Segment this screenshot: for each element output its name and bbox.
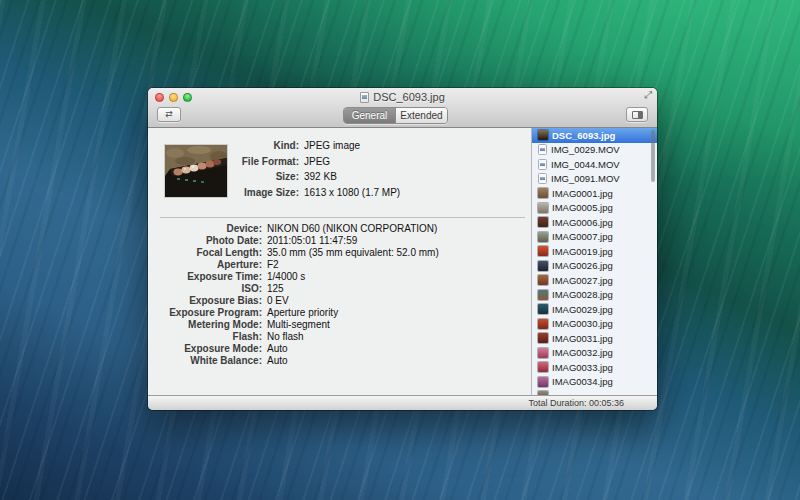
file-thumbnail-icon — [538, 333, 548, 343]
file-thumbnail-icon — [538, 348, 548, 358]
file-name: IMAG0031.jpg — [552, 333, 613, 344]
file-list-item[interactable]: IMAG0019.jpg — [532, 244, 657, 259]
file-name: IMAG0029.jpg — [552, 304, 613, 315]
field-aperture: Aperture:F2 — [148, 259, 531, 271]
file-thumbnail-icon — [538, 246, 548, 256]
file-thumbnail-icon — [538, 261, 548, 271]
field-iso: ISO:125 — [148, 283, 531, 295]
field-focal-length: Focal Length:35.0 mm (35 mm equivalent: … — [148, 247, 531, 259]
file-name: IMAG0028.jpg — [552, 289, 613, 300]
file-name: IMAG0005.jpg — [552, 202, 613, 213]
movie-file-icon — [538, 173, 547, 184]
file-list-item[interactable]: IMG_0091.MOV — [532, 172, 657, 187]
field-exposure-program: Exposure Program:Aperture priority — [148, 307, 531, 319]
file-name: IMAG0007.jpg — [552, 231, 613, 242]
window-title: DSC_6093.jpg — [148, 88, 657, 106]
file-name: IMAG0001.jpg — [552, 188, 613, 199]
file-list-item[interactable]: IMAG0027.jpg — [532, 273, 657, 288]
window-title-text: DSC_6093.jpg — [373, 91, 445, 103]
field-exposure-bias: Exposure Bias:0 EV — [148, 295, 531, 307]
field-kind: Kind:JPEG image — [148, 138, 531, 154]
file-name: IMAG0033.jpg — [552, 362, 613, 373]
zoom-button[interactable] — [183, 93, 192, 102]
file-thumbnail-icon — [538, 130, 548, 140]
fullscreen-icon[interactable]: ⤢ — [644, 89, 652, 101]
exif-fields: Device:NIKON D60 (NIKON CORPORATION) Pho… — [148, 223, 531, 367]
document-icon — [360, 92, 369, 103]
status-bar: Total Duration: 00:05:36 — [148, 395, 657, 410]
file-thumbnail-icon — [538, 203, 548, 213]
movie-file-icon — [538, 159, 547, 170]
field-file-format: File Format:JPEG — [148, 154, 531, 170]
general-info-panel: Kind:JPEG image File Format:JPEG Size:39… — [148, 128, 531, 395]
file-thumbnail-icon — [538, 188, 548, 198]
file-list-item[interactable]: IMAG0026.jpg — [532, 259, 657, 274]
file-list-item[interactable]: IMG_0029.MOV — [532, 143, 657, 158]
file-list-item[interactable]: IMAG0032.jpg — [532, 346, 657, 361]
file-name: IMAG0034.jpg — [552, 376, 613, 387]
file-list-item[interactable]: IMG_0044.MOV — [532, 157, 657, 172]
field-metering-mode: Metering Mode:Multi-segment — [148, 319, 531, 331]
file-list-item[interactable]: IMAG0006.jpg — [532, 215, 657, 230]
field-exposure-mode: Exposure Mode:Auto — [148, 343, 531, 355]
file-list-item[interactable]: IMAG0005.jpg — [532, 201, 657, 216]
sidebar-panel-icon — [632, 111, 643, 119]
inspector-window: DSC_6093.jpg ⤢ ⇄ General Extended — [148, 88, 657, 410]
desktop: { "window": { "title": "DSC_6093.jpg" },… — [0, 0, 800, 500]
file-name: IMAG0026.jpg — [552, 260, 613, 271]
close-button[interactable] — [155, 93, 164, 102]
file-list-item[interactable]: IMAG0030.jpg — [532, 317, 657, 332]
file-name: IMAG0030.jpg — [552, 318, 613, 329]
file-list-sidebar: DSC_6093.jpg IMG_0029.MOV IMG_0044.MOV I… — [531, 128, 657, 395]
file-name: IMAG0006.jpg — [552, 217, 613, 228]
file-name: DSC_6093.jpg — [552, 130, 615, 141]
field-flash: Flash:No flash — [148, 331, 531, 343]
file-name: IMAG0027.jpg — [552, 275, 613, 286]
file-list-item[interactable]: IMAG0033.jpg — [532, 360, 657, 375]
file-list[interactable]: DSC_6093.jpg IMG_0029.MOV IMG_0044.MOV I… — [532, 128, 657, 395]
movie-file-icon — [538, 144, 547, 155]
total-duration-label: Total Duration: 00:05:36 — [528, 396, 624, 410]
file-thumbnail-icon — [538, 232, 548, 242]
field-image-size: Image Size:1613 x 1080 (1.7 MP) — [148, 185, 531, 201]
file-list-item[interactable]: IMAG0034.jpg — [532, 375, 657, 390]
window-content: Kind:JPEG image File Format:JPEG Size:39… — [148, 128, 657, 395]
view-mode-tabs: General Extended — [343, 107, 448, 124]
swap-arrows-button[interactable]: ⇄ — [157, 107, 181, 122]
field-white-balance: White Balance:Auto — [148, 355, 531, 367]
file-thumbnail-icon — [538, 319, 548, 329]
scrollbar-thumb[interactable] — [651, 130, 655, 182]
tab-general[interactable]: General — [344, 108, 395, 123]
file-list-item[interactable]: IMAG0007.jpg — [532, 230, 657, 245]
file-summary-fields: Kind:JPEG image File Format:JPEG Size:39… — [148, 138, 531, 200]
file-name: IMG_0091.MOV — [551, 173, 620, 184]
file-list-item[interactable]: DSC_6093.jpg — [532, 128, 657, 143]
section-divider — [160, 217, 525, 218]
file-thumbnail-icon — [538, 362, 548, 372]
field-photo-date: Photo Date:2011:05:01 11:47:59 — [148, 235, 531, 247]
toolbar: ⇄ General Extended — [148, 106, 657, 127]
file-name: IMG_0044.MOV — [551, 159, 620, 170]
field-device: Device:NIKON D60 (NIKON CORPORATION) — [148, 223, 531, 235]
file-thumbnail-icon — [538, 377, 548, 387]
file-list-item[interactable]: IMAG0029.jpg — [532, 302, 657, 317]
file-thumbnail-icon — [538, 217, 548, 227]
minimize-button[interactable] — [169, 93, 178, 102]
file-name: IMAG0019.jpg — [552, 246, 613, 257]
traffic-lights — [155, 93, 192, 102]
file-list-item[interactable]: IMAG0001.jpg — [532, 186, 657, 201]
file-name: IMG_0029.MOV — [551, 144, 620, 155]
file-list-item[interactable]: IMAG0031.jpg — [532, 331, 657, 346]
file-thumbnail-icon — [538, 304, 548, 314]
window-header: DSC_6093.jpg ⤢ ⇄ General Extended — [148, 88, 657, 128]
file-list-item[interactable]: IMAG0028.jpg — [532, 288, 657, 303]
file-thumbnail-icon — [538, 275, 548, 285]
file-name: IMAG0032.jpg — [552, 347, 613, 358]
field-exposure-time: Exposure Time:1/4000 s — [148, 271, 531, 283]
tab-extended[interactable]: Extended — [395, 108, 447, 123]
sidebar-toggle-button[interactable] — [626, 107, 648, 122]
file-thumbnail-icon — [538, 290, 548, 300]
title-bar[interactable]: DSC_6093.jpg ⤢ — [148, 88, 657, 106]
field-size: Size:392 KB — [148, 169, 531, 185]
